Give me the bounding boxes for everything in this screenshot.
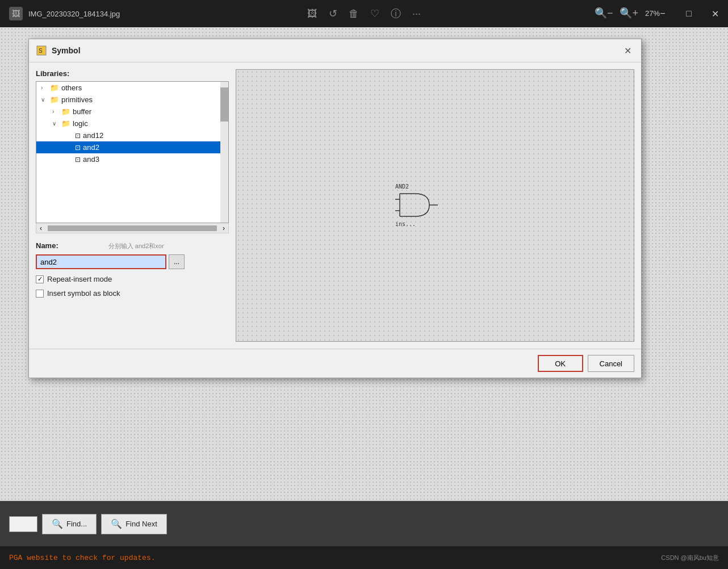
scrollbar-thumb[interactable] xyxy=(220,87,228,122)
folder-icon-primitives: 📁 xyxy=(50,95,59,104)
tree-item-buffer[interactable]: › 📁 buffer xyxy=(36,106,228,118)
insert-as-block-row: Insert symbol as block xyxy=(36,289,229,298)
tree-label-buffer: buffer xyxy=(73,107,91,116)
dialog-icon: S xyxy=(36,45,47,56)
find-icon: 🔍 xyxy=(52,518,63,529)
component-icon-and2: ⊡ xyxy=(75,144,81,152)
symbol-dialog: S Symbol ✕ Libraries: › 📁 others xyxy=(28,39,642,378)
gate-instance: ins... xyxy=(395,221,441,227)
name-input[interactable] xyxy=(36,254,166,269)
favorite-icon[interactable]: ♡ xyxy=(370,7,379,20)
minimize-btn[interactable]: − xyxy=(650,0,676,27)
insert-as-block-label: Insert symbol as block xyxy=(47,289,120,298)
title-bar: 🖼 IMG_20230320_184134.jpg 🖼 ↺ 🗑 ♡ ⓘ ··· … xyxy=(0,0,728,27)
tree-item-and2[interactable]: ⊡ and2 xyxy=(36,141,228,153)
libraries-label: Libraries: xyxy=(36,69,229,78)
find-next-label: Find Next xyxy=(125,520,157,528)
dialog-title: Symbol xyxy=(52,46,81,55)
chevron-buffer: › xyxy=(52,108,59,115)
chevron-primitives: ∨ xyxy=(41,97,48,103)
bottom-toolbar: 🔍 Find... 🔍 Find Next xyxy=(0,501,728,546)
repeat-insert-checkbox[interactable] xyxy=(36,275,44,283)
folder-icon-others: 📁 xyxy=(50,83,59,92)
find-btn[interactable]: 🔍 Find... xyxy=(42,514,97,534)
scroll-right-btn[interactable]: › xyxy=(219,224,228,232)
component-icon-and12: ⊡ xyxy=(75,132,81,140)
scroll-left-btn[interactable]: ‹ xyxy=(36,224,45,232)
tree-label-and3: and3 xyxy=(83,155,99,164)
dialog-titlebar: S Symbol ✕ xyxy=(29,39,641,62)
maximize-btn[interactable]: □ xyxy=(676,0,702,27)
preview-panel: AND2 ins... xyxy=(236,69,634,342)
repeat-insert-label: Repeat-insert mode xyxy=(47,275,112,283)
repeat-insert-row: Repeat-insert mode xyxy=(36,275,229,283)
name-annotation: 分别输入 and2和xor xyxy=(108,242,164,250)
folder-icon-logic: 📁 xyxy=(61,119,70,128)
tree-label-and12: and12 xyxy=(83,131,103,140)
tree-container[interactable]: › 📁 others ∨ 📁 primitives › 📁 buffe xyxy=(36,81,229,223)
window-title: IMG_20230320_184134.jpg xyxy=(28,10,120,18)
find-label: Find... xyxy=(66,520,87,528)
status-text: PGA website to check for updates. xyxy=(9,554,155,562)
cancel-btn[interactable]: Cancel xyxy=(588,355,634,372)
zoom-out-btn[interactable]: 🔍− xyxy=(595,7,613,19)
close-btn[interactable]: ✕ xyxy=(702,0,728,27)
tree-item-logic[interactable]: ∨ 📁 logic xyxy=(36,118,228,129)
rotate-icon[interactable]: ↺ xyxy=(329,7,337,20)
tree-label-and2: and2 xyxy=(83,143,99,152)
browse-btn[interactable]: ... xyxy=(169,254,185,269)
main-content: S Symbol ✕ Libraries: › 📁 others xyxy=(0,27,728,501)
delete-icon[interactable]: 🗑 xyxy=(349,8,359,20)
dialog-close-btn[interactable]: ✕ xyxy=(621,44,634,57)
name-section: Name: 分别输入 and2和xor ... xyxy=(36,241,229,269)
tree-item-primitives[interactable]: ∨ 📁 primitives xyxy=(36,94,228,106)
window-controls: − □ ✕ xyxy=(650,0,728,27)
ok-btn[interactable]: OK xyxy=(538,355,583,372)
tree-item-and12[interactable]: ⊡ and12 xyxy=(36,129,228,141)
left-panel: Libraries: › 📁 others ∨ 📁 primitives xyxy=(36,69,229,342)
dialog-title-left: S Symbol xyxy=(36,45,81,56)
find-next-btn[interactable]: 🔍 Find Next xyxy=(101,514,167,534)
find-next-icon: 🔍 xyxy=(111,518,122,529)
tree-label-primitives: primitives xyxy=(61,95,93,104)
and-gate-svg xyxy=(395,191,441,219)
tree-item-others[interactable]: › 📁 others xyxy=(36,82,228,94)
folder-icon-buffer: 📁 xyxy=(61,107,70,116)
component-icon-and3: ⊡ xyxy=(75,156,81,164)
zoom-in-btn[interactable]: 🔍+ xyxy=(620,7,638,19)
and-gate-preview: AND2 ins... xyxy=(395,183,441,227)
tree-item-and3[interactable]: ⊡ and3 xyxy=(36,153,228,165)
tree-label-others: others xyxy=(61,83,82,92)
chevron-others: › xyxy=(41,85,48,91)
insert-as-block-checkbox[interactable] xyxy=(36,290,44,298)
tree-label-logic: logic xyxy=(73,119,88,128)
tree-scrollbar[interactable] xyxy=(220,82,228,223)
toolbar-icons: 🖼 ↺ 🗑 ♡ ⓘ ··· xyxy=(307,7,421,20)
dialog-body: Libraries: › 📁 others ∨ 📁 primitives xyxy=(29,62,641,349)
info-icon[interactable]: ⓘ xyxy=(391,7,401,20)
status-bar: PGA website to check for updates. CSDN @… xyxy=(0,546,728,569)
watermark: CSDN @南风bu知意 xyxy=(661,554,719,562)
more-icon[interactable]: ··· xyxy=(412,8,421,20)
app-icon: 🖼 xyxy=(9,7,23,20)
chevron-logic: ∨ xyxy=(52,120,59,127)
gate-label: AND2 xyxy=(395,183,441,190)
svg-text:S: S xyxy=(39,48,43,54)
small-box xyxy=(9,516,37,532)
name-label: Name: xyxy=(36,241,58,250)
dialog-footer: OK Cancel xyxy=(29,349,641,378)
image-icon[interactable]: 🖼 xyxy=(307,8,317,20)
